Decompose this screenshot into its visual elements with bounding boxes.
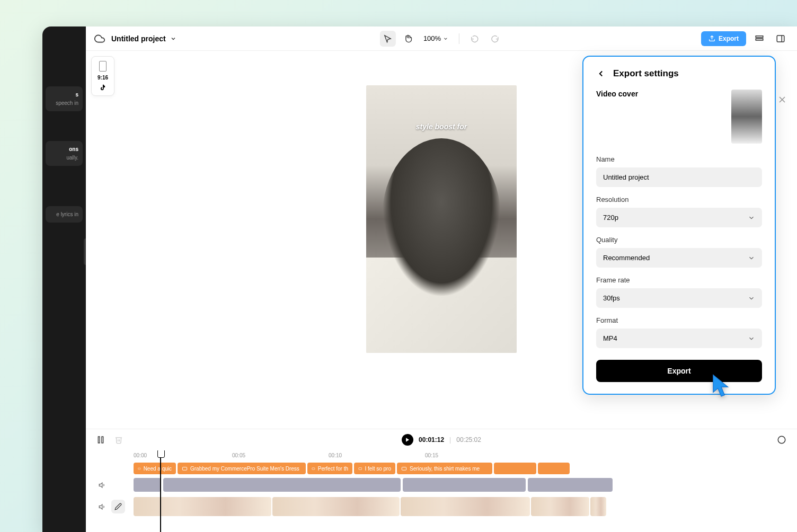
- caption-clip[interactable]: Perfect for th: [307, 463, 352, 474]
- caption-icon: [182, 466, 188, 472]
- cursor-pointer-overlay: [710, 374, 732, 399]
- caption-clip[interactable]: [538, 463, 570, 474]
- play-button[interactable]: [402, 434, 413, 446]
- caption-clip[interactable]: [494, 463, 536, 474]
- audio-track: [134, 477, 797, 493]
- caption-clip[interactable]: Seriously, this shirt makes me: [397, 463, 492, 474]
- format-label: Format: [596, 316, 762, 324]
- quality-select[interactable]: Recommended: [596, 248, 762, 268]
- chevron-down-icon: [748, 295, 755, 302]
- video-clip[interactable]: [590, 497, 606, 516]
- name-input[interactable]: [596, 167, 762, 187]
- caption-icon: [358, 466, 362, 472]
- export-settings-modal: Export settings Video cover Name Resolut…: [582, 56, 776, 395]
- caption-clip[interactable]: Need a quic: [134, 463, 176, 474]
- name-label: Name: [596, 155, 762, 163]
- redo-button[interactable]: [487, 31, 503, 47]
- tiktok-icon: [99, 84, 107, 91]
- cursor-tool[interactable]: [380, 31, 396, 47]
- svg-rect-11: [359, 467, 362, 469]
- caption-icon: [138, 466, 141, 472]
- caption-icon: [312, 466, 315, 472]
- total-time: 00:25:02: [456, 436, 481, 444]
- undo-button[interactable]: [467, 31, 483, 47]
- panel-card[interactable]: e lyrics in: [46, 206, 83, 223]
- panel-card[interactable]: s speech in: [46, 86, 83, 111]
- cover-thumbnail[interactable]: [731, 90, 762, 144]
- caption-clip[interactable]: Grabbed my CommercePro Suite Men's Dress: [178, 463, 306, 474]
- audio-clip[interactable]: [163, 478, 401, 492]
- audio-clip[interactable]: [528, 478, 613, 492]
- video-clip[interactable]: [272, 497, 400, 516]
- svg-rect-2: [777, 36, 784, 42]
- aspect-ratio-chip[interactable]: 9:16: [91, 56, 114, 96]
- chevron-down-icon: [748, 214, 755, 221]
- chevron-down-icon: [748, 254, 755, 262]
- export-action-button[interactable]: Export: [596, 360, 762, 382]
- preview-caption: style boost for: [416, 122, 467, 131]
- zoom-dropdown[interactable]: 100%: [420, 34, 451, 42]
- timeline-tool[interactable]: [777, 435, 786, 445]
- timeline-tracks[interactable]: 00:00 00:05 00:10 00:15 Need a quic: [86, 450, 797, 532]
- aspect-icon: [99, 61, 107, 72]
- svg-marker-14: [99, 504, 102, 509]
- svg-marker-13: [99, 483, 102, 487]
- back-button[interactable]: [596, 69, 606, 78]
- video-track: [134, 495, 797, 518]
- framerate-label: Frame rate: [596, 276, 762, 284]
- top-bar: Untitled project 100%: [86, 26, 797, 51]
- top-right-tools: Export: [701, 31, 789, 47]
- framerate-select[interactable]: 30fps: [596, 288, 762, 308]
- video-clip[interactable]: [401, 497, 530, 516]
- caption-icon: [401, 466, 407, 472]
- resolution-select[interactable]: 720p: [596, 208, 762, 227]
- speaker-icon[interactable]: [96, 479, 108, 491]
- playback-controls: 00:01:12 | 00:25:02: [402, 434, 481, 446]
- format-select[interactable]: MP4: [596, 329, 762, 348]
- svg-rect-0: [756, 36, 763, 37]
- cloud-icon: [94, 33, 105, 44]
- chevron-down-icon: [443, 36, 448, 41]
- modal-title: Export settings: [613, 68, 679, 79]
- timeline-section: 00:01:12 | 00:25:02 00:00 00:05 00:10 0: [86, 429, 797, 532]
- caption-track: Need a quic Grabbed my CommercePro Suite…: [134, 462, 797, 475]
- audio-clip[interactable]: [134, 478, 161, 492]
- top-center-tools: 100%: [380, 31, 503, 47]
- chevron-down-icon: [170, 36, 176, 42]
- speaker-icon[interactable]: [96, 501, 108, 512]
- left-panel: s speech in ons ually. e lyrics in: [42, 26, 86, 532]
- caption-clip[interactable]: I felt so pro: [354, 463, 395, 474]
- hand-tool[interactable]: [400, 31, 416, 47]
- panel-card[interactable]: ons ually.: [46, 141, 83, 166]
- svg-marker-6: [406, 438, 409, 442]
- chevron-down-icon: [748, 335, 755, 342]
- divider: [459, 33, 459, 44]
- video-clip[interactable]: [531, 497, 589, 516]
- edit-icon[interactable]: [111, 500, 125, 513]
- svg-rect-8: [138, 468, 140, 469]
- project-name-dropdown[interactable]: Untitled project: [111, 34, 176, 43]
- close-button[interactable]: [777, 94, 790, 107]
- panel-button[interactable]: [773, 31, 789, 47]
- export-button[interactable]: Export: [701, 31, 746, 46]
- resolution-label: Resolution: [596, 196, 762, 203]
- audio-clip[interactable]: [403, 478, 526, 492]
- time-ruler: 00:00 00:05 00:10 00:15: [134, 450, 797, 462]
- upload-icon: [709, 35, 715, 42]
- delete-button[interactable]: [114, 436, 123, 444]
- video-preview[interactable]: style boost for: [366, 85, 517, 353]
- svg-rect-12: [402, 467, 406, 470]
- svg-rect-5: [102, 437, 103, 443]
- svg-rect-1: [756, 39, 763, 40]
- split-tool[interactable]: [96, 436, 105, 444]
- playhead[interactable]: [160, 450, 161, 532]
- current-time: 00:01:12: [419, 436, 444, 444]
- layout-button[interactable]: [751, 31, 767, 47]
- timeline-toolbar: 00:01:12 | 00:25:02: [86, 429, 797, 450]
- quality-label: Quality: [596, 236, 762, 244]
- svg-rect-9: [182, 467, 187, 470]
- video-clip[interactable]: [134, 497, 271, 516]
- cover-label: Video cover: [596, 90, 638, 98]
- svg-rect-4: [98, 437, 100, 443]
- svg-point-7: [778, 436, 785, 444]
